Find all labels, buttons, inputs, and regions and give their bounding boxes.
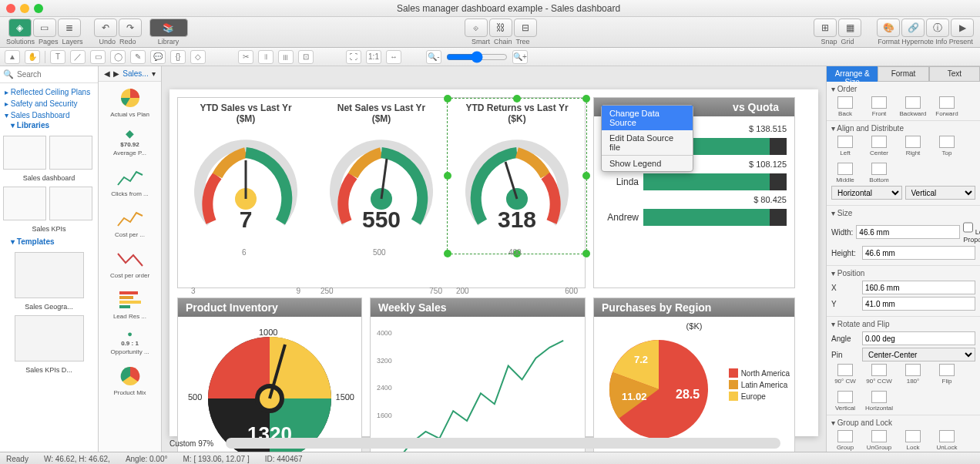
library-item[interactable]: Lead Res ... (99, 284, 161, 324)
weekly-panel[interactable]: Weekly Sales 40003200 24001600 8000 6/29… (370, 298, 586, 452)
distribute-tool[interactable]: ⫼ (278, 50, 294, 64)
align-tool[interactable]: ⫴ (258, 50, 274, 64)
library-item[interactable]: Clicks from ... (99, 161, 161, 202)
tree-item[interactable]: ▾ Sales Dashboard (2, 109, 96, 121)
align-left-button[interactable]: Left (831, 136, 859, 156)
zoom-fit-icon[interactable]: ⛶ (346, 50, 361, 64)
solutions-button[interactable]: ◈ (8, 18, 32, 37)
dropdown-icon[interactable]: ▾ (152, 69, 156, 78)
library-item[interactable]: Cost per order (99, 243, 161, 284)
library-item[interactable]: Product Mix (99, 360, 161, 401)
undo-button[interactable]: ↶ (94, 18, 117, 37)
search-input[interactable] (17, 70, 99, 79)
align-top-button[interactable]: Top (933, 136, 961, 156)
text-tool[interactable]: T (50, 50, 65, 64)
tab-format[interactable]: Format (878, 66, 928, 82)
flip-button[interactable]: Flip (933, 364, 961, 385)
redo-button[interactable]: ↷ (119, 18, 142, 37)
zoom-in-icon[interactable]: 🔍+ (512, 50, 528, 64)
pencil-tool[interactable]: ✎ (130, 50, 146, 64)
zoom-out-icon[interactable]: 🔍- (426, 50, 441, 64)
format-button[interactable]: 🎨 (877, 18, 900, 37)
x-input[interactable] (862, 281, 975, 294)
library-item[interactable]: ◆ $70.92 Average P... (99, 123, 161, 161)
rotate-180-button[interactable]: 180° (899, 364, 927, 385)
tree-item[interactable]: ▸ Safety and Security (2, 98, 96, 109)
align-bottom-button[interactable]: Bottom (865, 163, 893, 183)
tree-libraries[interactable]: ▾ Libraries (2, 121, 96, 129)
close-window-button[interactable] (6, 4, 15, 13)
tree-button[interactable]: ⊟ (514, 18, 537, 37)
tab-text[interactable]: Text (929, 66, 980, 82)
breadcrumb-text[interactable]: Sales... (123, 69, 148, 78)
region-panel[interactable]: Purchases by Region ($K) 28.5 11.02 7.2 … (593, 298, 795, 452)
order-backward-button[interactable]: Backward (899, 96, 927, 117)
flip-vertical-button[interactable]: Vertical (831, 391, 859, 412)
hypernote-button[interactable]: 🔗 (901, 18, 925, 37)
zoom-slider[interactable] (446, 51, 508, 63)
align-right-button[interactable]: Right (899, 136, 927, 156)
tree-templates[interactable]: ▾ Templates (2, 237, 96, 246)
smart-button[interactable]: ⟐ (465, 18, 488, 37)
template-thumb[interactable] (15, 315, 84, 361)
nav-back-icon[interactable]: ◀ (104, 69, 110, 78)
layers-button[interactable]: ≣ (58, 18, 81, 37)
tree-item[interactable]: ▸ Reflected Ceiling Plans (2, 86, 96, 98)
align-middle-button[interactable]: Middle (831, 163, 859, 183)
pointer-tool[interactable]: ▲ (5, 50, 20, 64)
height-input[interactable] (862, 246, 975, 260)
distribute-horizontal-select[interactable]: Horizontal (831, 186, 902, 200)
inventory-panel[interactable]: Product Inventory 1000 500 1500 (177, 298, 362, 452)
grid-button[interactable]: ▦ (838, 18, 861, 37)
zoom-actual-icon[interactable]: 1:1 (366, 50, 381, 64)
template-thumb[interactable] (49, 187, 92, 220)
align-center-button[interactable]: Center (865, 136, 893, 156)
rect-tool[interactable]: ▭ (90, 50, 106, 64)
gauge-panel[interactable]: YTD Sales vs Last Yr ($M) 7 036912 Net S… (177, 97, 586, 288)
pin-select[interactable]: Center-Center (862, 348, 975, 361)
canvas-page[interactable]: YTD Sales vs Last Yr ($M) 7 036912 Net S… (169, 89, 818, 436)
context-menu-item[interactable]: Edit Data Source file (602, 130, 693, 155)
snap-button[interactable]: ⊞ (814, 18, 837, 37)
tab-arrange[interactable]: Arrange & Size (827, 66, 878, 82)
width-input[interactable] (856, 225, 960, 239)
library-item[interactable]: ● 0.9 : 1 Opportunity ... (99, 324, 161, 360)
minimize-window-button[interactable] (20, 4, 29, 13)
unlock-button[interactable]: UnLock (933, 430, 961, 451)
template-thumb[interactable] (15, 252, 84, 298)
zoom-window-button[interactable] (34, 4, 43, 13)
group-button[interactable]: Group (831, 430, 859, 451)
canvas-area[interactable]: YTD Sales vs Last Yr ($M) 7 036912 Net S… (162, 66, 826, 452)
present-button[interactable]: ▶ (951, 18, 974, 37)
order-back-button[interactable]: Back (831, 96, 859, 117)
chain-button[interactable]: ⛓ (489, 18, 512, 37)
brackets-tool[interactable]: {} (170, 50, 186, 64)
rotate-cw-button[interactable]: 90° CW (831, 364, 859, 385)
pages-button[interactable]: ▭ (33, 18, 56, 37)
info-button[interactable]: ⓘ (926, 18, 949, 37)
library-button[interactable]: 📚 (149, 18, 188, 37)
template-thumb[interactable] (49, 136, 92, 170)
nav-fwd-icon[interactable]: ▶ (113, 69, 119, 78)
library-item[interactable]: Actual vs Plan (99, 82, 161, 123)
distribute-vertical-select[interactable]: Vertical (905, 186, 976, 200)
template-thumb[interactable] (3, 136, 46, 170)
line-tool[interactable]: ／ (70, 50, 86, 64)
angle-input[interactable] (862, 331, 975, 345)
order-forward-button[interactable]: Forward (933, 96, 961, 117)
ellipse-tool[interactable]: ◯ (110, 50, 126, 64)
horizontal-scrollbar[interactable] (226, 438, 780, 449)
lock-proportions-checkbox[interactable] (963, 220, 973, 234)
library-item[interactable]: Cost per ... (99, 202, 161, 243)
hand-tool[interactable]: ✋ (25, 50, 40, 64)
context-menu-item[interactable]: Show Legend (602, 156, 693, 171)
zoom-width-icon[interactable]: ↔ (386, 50, 401, 64)
flip-horizontal-button[interactable]: Horizontal (865, 391, 893, 412)
order-front-button[interactable]: Front (865, 96, 893, 117)
ungroup-button[interactable]: UnGroup (865, 430, 893, 451)
rotate-ccw-button[interactable]: 90° CCW (865, 364, 893, 385)
callout-tool[interactable]: 💬 (150, 50, 166, 64)
zoom-display[interactable]: Custom 97% (169, 439, 213, 448)
y-input[interactable] (862, 297, 975, 311)
lock-button[interactable]: Lock (899, 430, 927, 451)
